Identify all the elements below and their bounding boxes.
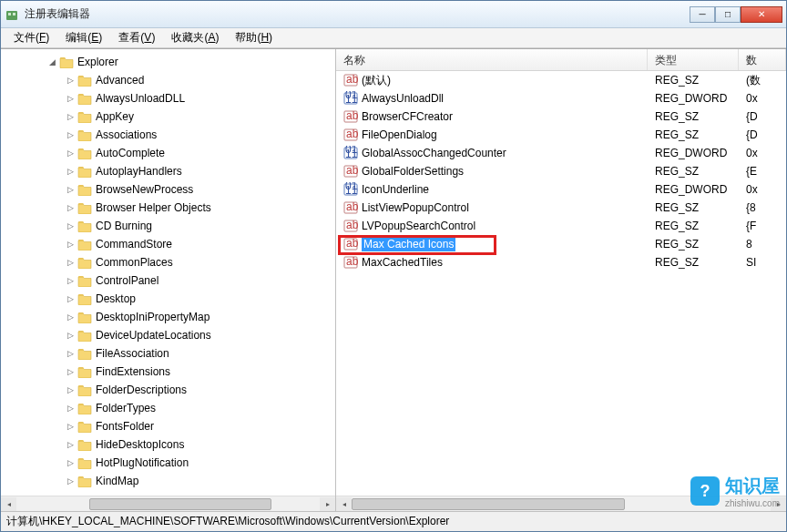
expander-icon[interactable]: ▷ [65,166,76,177]
tree-node[interactable]: ▷AutoComplete [65,144,335,162]
menu-a[interactable]: 收藏夹(A) [164,28,226,47]
close-button[interactable]: ✕ [741,6,782,23]
list-row[interactable]: ListViewPopupControlREG_SZ{8 [336,199,786,217]
tree-node[interactable]: ▷CommonPlaces [65,253,335,271]
folder-icon [77,347,92,360]
list-row[interactable]: GlobalAssocChangedCounterREG_DWORD0x [336,144,786,162]
tree-node[interactable]: ▷FontsFolder [65,417,335,435]
menu-v[interactable]: 查看(V) [111,28,162,47]
value-sz-icon [343,200,358,215]
folder-icon [77,238,92,251]
minimize-button[interactable]: ─ [690,6,715,23]
value-sz-icon [343,237,358,251]
tree-node[interactable]: ▷Advanced [65,71,335,89]
expander-icon[interactable]: ▷ [65,293,76,304]
watermark: ? 知识屋 zhishiwu.com [690,474,780,508]
expander-icon[interactable]: ▷ [65,439,76,450]
expander-icon[interactable]: ▷ [65,220,76,231]
expander-icon[interactable]: ▷ [65,239,76,250]
expander-icon[interactable]: ▷ [65,275,76,286]
expander-icon[interactable]: ▷ [65,476,76,486]
list-row[interactable]: LVPopupSearchControlREG_SZ{F [336,217,786,235]
expander-icon[interactable]: ▷ [65,366,76,377]
tree-node[interactable]: ▷FolderTypes [65,399,335,417]
value-sz-icon [343,164,358,179]
col-name[interactable]: 名称 [336,49,648,70]
list-row[interactable]: MaxCachedTilesREG_SZSI [336,253,786,271]
expander-icon[interactable]: ▷ [65,202,76,213]
tree-node[interactable]: ▷HotPlugNotification [65,454,335,472]
folder-icon [77,165,92,178]
watermark-icon: ? [690,476,720,506]
folder-icon [77,256,92,269]
tree-node[interactable]: ▷HideDesktopIcons [65,435,335,454]
expander-icon[interactable]: ▷ [65,75,76,86]
col-data[interactable]: 数 [739,49,786,70]
expander-icon[interactable]: ▷ [65,257,76,268]
folder-icon [59,56,74,68]
tree-node-explorer[interactable]: ◢Explorer [46,53,335,71]
tree-node[interactable]: ▷Browser Helper Objects [65,199,335,217]
list-row[interactable]: GlobalFolderSettingsREG_SZ{E [336,162,786,180]
expander-icon[interactable]: ▷ [65,384,76,395]
value-sz-icon [343,219,358,233]
tree-node[interactable]: ▷KindMap [65,472,335,490]
tree-node[interactable]: ▷DesktopIniPropertyMap [65,308,335,326]
tree-node[interactable]: ▷Associations [65,126,335,144]
list-pane[interactable]: 名称 类型 数 (默认)REG_SZ(数AlwaysUnloadDllREG_D… [336,49,786,511]
tree-node[interactable]: ▷AutoplayHandlers [65,162,335,180]
value-sz-icon [343,73,358,87]
list-row[interactable]: IconUnderlineREG_DWORD0x [336,180,786,199]
menu-h[interactable]: 帮助(H) [228,28,280,47]
col-type[interactable]: 类型 [648,49,739,70]
tree-node[interactable]: ▷BrowseNewProcess [65,180,335,199]
expander-icon[interactable]: ◢ [46,56,57,67]
expander-icon[interactable]: ▷ [65,421,76,432]
expander-icon[interactable]: ▷ [65,403,76,414]
expander-icon[interactable]: ▷ [65,111,76,122]
window-title: 注册表编辑器 [25,6,90,22]
tree-node[interactable]: ▷ControlPanel [65,271,335,290]
tree-node[interactable]: ▷FolderDescriptions [65,381,335,399]
value-sz-icon [343,128,358,142]
tree-node[interactable]: ▷AlwaysUnloadDLL [65,89,335,107]
list-row[interactable]: BrowserCFCreatorREG_SZ{D [336,107,786,126]
expander-icon[interactable]: ▷ [65,148,76,159]
expander-icon[interactable]: ▷ [65,129,76,140]
tree-node[interactable]: ▷DeviceUpdateLocations [65,326,335,344]
folder-icon [77,384,92,396]
tree-node[interactable]: ▷FindExtensions [65,363,335,381]
list-row[interactable]: FileOpenDialogREG_SZ{D [336,126,786,144]
folder-icon [77,201,92,214]
tree-node[interactable]: ▷Desktop [65,290,335,308]
menu-e[interactable]: 编辑(E) [58,28,109,47]
app-icon [5,7,19,22]
expander-icon[interactable]: ▷ [65,184,76,195]
tree-node[interactable]: ▷CommandStore [65,235,335,253]
menu-f[interactable]: 文件(F) [6,28,56,47]
list-row[interactable]: (默认)REG_SZ(数 [336,71,786,89]
folder-icon [77,438,92,451]
expander-icon[interactable]: ▷ [65,457,76,468]
titlebar[interactable]: 注册表编辑器 ─ □ ✕ [1,1,786,28]
maximize-button[interactable]: □ [715,6,741,23]
expander-icon[interactable]: ▷ [65,330,76,341]
tree-node[interactable]: ▷CD Burning [65,217,335,235]
folder-icon [77,292,92,305]
tree-node[interactable]: ▷AppKey [65,107,335,126]
list-header[interactable]: 名称 类型 数 [336,49,786,71]
expander-icon[interactable]: ▷ [65,348,76,359]
tree-node[interactable]: ▷FileAssociation [65,344,335,363]
expander-icon[interactable]: ▷ [65,312,76,322]
tree-pane[interactable]: ◢Explorer▷Advanced▷AlwaysUnloadDLL▷AppKe… [1,49,336,511]
list-row[interactable]: Max Cached IconsREG_SZ8 [336,235,786,253]
menubar: 文件(F)编辑(E)查看(V)收藏夹(A)帮助(H) [1,28,786,48]
value-sz-icon [343,255,358,270]
folder-icon [77,475,92,487]
status-path: 计算机\HKEY_LOCAL_MACHINE\SOFTWARE\Microsof… [6,514,449,529]
tree-hscrollbar[interactable]: ◂ ▸ [1,496,335,511]
list-row[interactable]: AlwaysUnloadDllREG_DWORD0x [336,89,786,107]
value-dw-icon [343,182,358,197]
folder-icon [77,365,92,378]
expander-icon[interactable]: ▷ [65,93,76,104]
